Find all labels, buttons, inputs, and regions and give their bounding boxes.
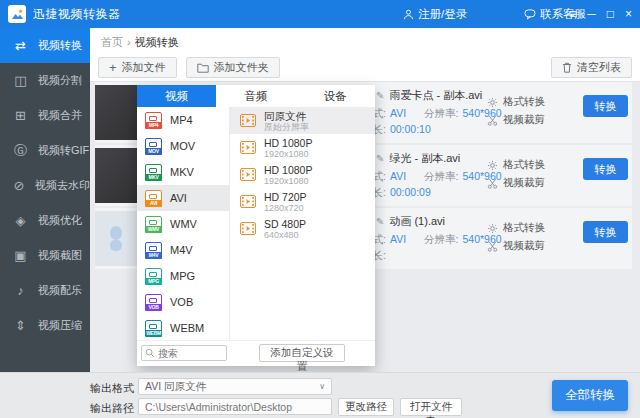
preset-option-HD 1080P[interactable]: HD 1080P1920x1080 [230,134,375,161]
preset-option-同原文件[interactable]: 同原文件原始分辨率 [230,107,375,134]
format-convert-option[interactable]: 格式转换 [487,93,545,111]
duration-value: 00:00:10 [390,123,431,135]
sidebar-item-compress[interactable]: ⇕视频压缩 [0,308,90,343]
format-option-wmv[interactable]: WMVWMV [137,211,229,237]
resolution-label: 分辨率: [424,233,458,245]
sidebar-item-to-gif[interactable]: Ⓖ视频转GIF [0,133,90,168]
sidebar-item-soundtrack[interactable]: ♪视频配乐 [0,273,90,308]
video-music-icon: ♪ [12,283,29,298]
format-option-webm[interactable]: WEBMWEBM [137,315,229,341]
video-thumbnail [95,211,137,266]
video-merge-icon: ⊞ [12,108,29,123]
film-icon [240,195,256,208]
dropdown-footer: 添加自定义设置 [137,340,375,366]
video-screenshot-icon: ▣ [12,248,29,263]
format-file-icon: MP4 [145,112,162,129]
preset-title: HD 720P [264,191,307,203]
convert-button[interactable]: 转换 [583,158,628,180]
sidebar-item-merge[interactable]: ⊞视频合并 [0,98,90,133]
output-path-input[interactable] [138,398,332,415]
convert-button[interactable]: 转换 [583,221,628,243]
format-option-avi[interactable]: AVIAVI [137,185,229,211]
format-option-mov[interactable]: MOVMOV [137,133,229,159]
format-option-mkv[interactable]: MKVMKV [137,159,229,185]
minimize-button[interactable]: ─ [587,0,596,28]
tab-音频[interactable]: 音频 [216,85,295,107]
video-convert-icon: ⇄ [12,38,29,53]
rename-icon[interactable]: ✎ [376,216,384,227]
format-option-label: AVI [170,192,187,204]
format-file-icon: VOB [145,294,162,311]
window-controls: ≡ ─ □ × [569,0,632,28]
file-name: ✎动画 (1).avi [376,214,445,229]
format-convert-option[interactable]: 格式转换 [487,219,545,237]
video-thumbnail [95,148,137,203]
format-option-label: MOV [170,140,195,152]
format-dropdown-panel: 视频音频设备 MP4MP4MOVMOVMKVMKVAVIAVIWMVWMVM4V… [137,85,375,366]
video-crop-option[interactable]: 视频裁剪 [487,237,545,255]
sidebar-item-convert[interactable]: ⇄视频转换 [0,28,90,63]
duration-value: 00:00:09 [390,186,431,198]
add-folder-button[interactable]: 添加文件夹 [186,57,280,78]
video-crop-option[interactable]: 视频裁剪 [487,174,545,192]
format-file-icon: M4V [145,242,162,259]
menu-icon[interactable]: ≡ [569,0,576,28]
preset-resolution: 1280x720 [264,203,307,213]
format-file-icon: MOV [145,138,162,155]
preset-resolution: 1920x1080 [264,176,312,186]
rename-icon[interactable]: ✎ [376,90,384,101]
clear-list-button[interactable]: 清空列表 [551,57,632,78]
login-button[interactable]: 注册/登录 [403,7,467,22]
tab-设备[interactable]: 设备 [296,85,375,107]
format-file-icon: WEBM [145,320,162,337]
breadcrumb-home[interactable]: 首页 [101,36,123,48]
sidebar-item-label: 视频配乐 [38,283,82,298]
convert-all-button[interactable]: 全部转换 [552,380,628,411]
preset-option-SD 480P[interactable]: SD 480P640x480 [230,215,375,242]
format-file-icon: MKV [145,164,162,181]
format-option-mpg[interactable]: MPGMPG [137,263,229,289]
title-bar: 迅捷视频转换器 注册/登录 联系客服 ≡ ─ □ × [0,0,640,28]
tab-视频[interactable]: 视频 [137,85,216,107]
sidebar-item-label: 视频压缩 [38,318,82,333]
sidebar-item-screenshot[interactable]: ▣视频截图 [0,238,90,273]
add-custom-settings-button[interactable]: 添加自定义设置 [259,344,345,362]
format-option-mp4[interactable]: MP4MP4 [137,107,229,133]
output-format-select[interactable]: AVI 同原文件 ∨ [138,378,332,395]
change-path-button[interactable]: 更改路径 [338,398,394,416]
open-folder-button[interactable]: 打开文件夹 [400,398,462,416]
video-crop-option[interactable]: 视频裁剪 [487,111,545,129]
sidebar-item-label: 视频合并 [38,108,82,123]
convert-button[interactable]: 转换 [583,95,628,117]
preset-option-HD 1080P[interactable]: HD 1080P1920x1080 [230,161,375,188]
format-option-m4v[interactable]: M4VM4V [137,237,229,263]
file-name: ✎绿光 - 副本.avi [376,151,460,166]
sidebar-item-remove-watermark[interactable]: ⊘视频去水印 [0,168,90,203]
format-value: AVI [390,233,406,245]
format-convert-option[interactable]: 格式转换 [487,156,545,174]
close-button[interactable]: × [625,0,632,28]
chevron-down-icon: ∨ [319,379,325,394]
format-option-vob[interactable]: VOBVOB [137,289,229,315]
preset-title: HD 1080P [264,164,312,176]
main-header: 首页›视频转换 + 添加文件 添加文件夹 清空列表 [90,28,640,82]
film-icon [240,168,256,181]
sidebar-item-label: 视频转换 [38,38,82,53]
rename-icon[interactable]: ✎ [376,153,384,164]
format-value: AVI [390,170,406,182]
breadcrumb: 首页›视频转换 [101,35,179,50]
sidebar-item-split[interactable]: ◫视频分割 [0,63,90,98]
sidebar-item-optimize[interactable]: ◈视频优化 [0,203,90,238]
add-file-button[interactable]: + 添加文件 [98,57,177,78]
resolution-label: 分辨率: [424,107,458,119]
format-option-label: MPG [170,270,195,282]
scissors-icon [487,178,498,189]
video-optimize-icon: ◈ [12,213,29,228]
maximize-button[interactable]: □ [607,0,614,28]
output-bar: 输出格式 AVI 同原文件 ∨ 输出路径 更改路径 打开文件夹 全部转换 [0,372,640,418]
trash-icon [562,62,572,73]
preset-resolution: 640x480 [264,230,306,240]
video-thumbnail [95,85,137,140]
preset-option-HD 720P[interactable]: HD 720P1280x720 [230,188,375,215]
sidebar: ⇄视频转换◫视频分割⊞视频合并Ⓖ视频转GIF⊘视频去水印◈视频优化▣视频截图♪视… [0,28,90,372]
